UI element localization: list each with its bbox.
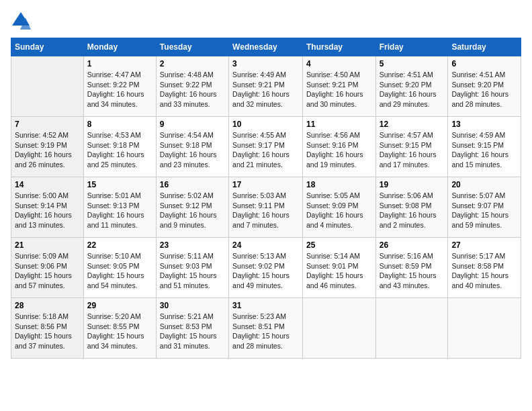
cell-content: Sunrise: 4:49 AM Sunset: 9:21 PM Dayligh… (232, 70, 299, 109)
cell-content: Sunrise: 4:47 AM Sunset: 9:22 PM Dayligh… (87, 70, 152, 109)
cell-content: Sunrise: 5:11 AM Sunset: 9:03 PM Dayligh… (160, 251, 225, 291)
day-number: 18 (306, 180, 372, 189)
header-row: SundayMondayTuesdayWednesdayThursdayFrid… (11, 38, 521, 56)
calendar-cell: 24Sunrise: 5:13 AM Sunset: 9:02 PM Dayli… (229, 238, 303, 298)
calendar-cell: 10Sunrise: 4:55 AM Sunset: 9:17 PM Dayli… (229, 117, 303, 177)
calendar-table: SundayMondayTuesdayWednesdayThursdayFrid… (11, 38, 521, 359)
column-header-monday: Monday (83, 38, 156, 56)
cell-content: Sunrise: 5:10 AM Sunset: 9:05 PM Dayligh… (87, 251, 152, 291)
week-row-2: 7Sunrise: 4:52 AM Sunset: 9:19 PM Daylig… (11, 117, 521, 177)
day-number: 4 (306, 59, 372, 68)
calendar-cell: 7Sunrise: 4:52 AM Sunset: 9:19 PM Daylig… (11, 117, 84, 177)
day-number: 2 (160, 59, 225, 68)
calendar-cell: 31Sunrise: 5:23 AM Sunset: 8:51 PM Dayli… (229, 298, 303, 359)
logo-icon (11, 11, 31, 31)
column-header-tuesday: Tuesday (156, 38, 228, 56)
calendar-cell: 8Sunrise: 4:53 AM Sunset: 9:18 PM Daylig… (83, 117, 156, 177)
calendar-cell: 15Sunrise: 5:01 AM Sunset: 9:13 PM Dayli… (83, 177, 156, 238)
day-number: 5 (380, 59, 445, 68)
week-row-4: 21Sunrise: 5:09 AM Sunset: 9:06 PM Dayli… (11, 238, 521, 298)
day-number: 22 (87, 240, 152, 250)
day-number: 15 (87, 180, 152, 189)
cell-content: Sunrise: 5:23 AM Sunset: 8:51 PM Dayligh… (232, 312, 299, 351)
day-number: 27 (451, 240, 517, 250)
calendar-cell: 1Sunrise: 4:47 AM Sunset: 9:22 PM Daylig… (83, 56, 156, 117)
day-number: 24 (232, 240, 299, 250)
calendar-cell (375, 298, 448, 359)
day-number: 30 (160, 301, 225, 310)
cell-content: Sunrise: 4:52 AM Sunset: 9:19 PM Dayligh… (15, 130, 80, 170)
day-number: 6 (451, 59, 517, 68)
calendar-cell: 25Sunrise: 5:14 AM Sunset: 9:01 PM Dayli… (302, 238, 375, 298)
calendar-cell: 26Sunrise: 5:16 AM Sunset: 8:59 PM Dayli… (375, 238, 448, 298)
calendar-cell: 27Sunrise: 5:17 AM Sunset: 8:58 PM Dayli… (448, 238, 521, 298)
calendar-cell: 29Sunrise: 5:20 AM Sunset: 8:55 PM Dayli… (83, 298, 156, 359)
day-number: 9 (160, 120, 225, 129)
day-number: 23 (160, 240, 225, 250)
cell-content: Sunrise: 4:51 AM Sunset: 9:20 PM Dayligh… (451, 70, 517, 109)
cell-content: Sunrise: 5:18 AM Sunset: 8:56 PM Dayligh… (15, 312, 80, 351)
week-row-1: 1Sunrise: 4:47 AM Sunset: 9:22 PM Daylig… (11, 56, 521, 117)
calendar-cell: 28Sunrise: 5:18 AM Sunset: 8:56 PM Dayli… (11, 298, 84, 359)
calendar-cell: 14Sunrise: 5:00 AM Sunset: 9:14 PM Dayli… (11, 177, 84, 238)
calendar-cell: 2Sunrise: 4:48 AM Sunset: 9:22 PM Daylig… (156, 56, 228, 117)
cell-content: Sunrise: 5:14 AM Sunset: 9:01 PM Dayligh… (306, 251, 372, 291)
day-number: 1 (87, 59, 152, 68)
day-number: 8 (87, 120, 152, 129)
cell-content: Sunrise: 4:59 AM Sunset: 9:15 PM Dayligh… (451, 130, 517, 170)
day-number: 25 (306, 240, 372, 250)
cell-content: Sunrise: 5:21 AM Sunset: 8:53 PM Dayligh… (160, 312, 225, 351)
calendar-cell (11, 56, 84, 117)
calendar-cell: 20Sunrise: 5:07 AM Sunset: 9:07 PM Dayli… (448, 177, 521, 238)
day-number: 10 (232, 120, 299, 129)
calendar-cell: 22Sunrise: 5:10 AM Sunset: 9:05 PM Dayli… (83, 238, 156, 298)
logo (11, 11, 34, 31)
calendar-cell (302, 298, 375, 359)
cell-content: Sunrise: 4:54 AM Sunset: 9:18 PM Dayligh… (160, 130, 225, 170)
day-number: 14 (15, 180, 80, 189)
calendar-cell: 19Sunrise: 5:06 AM Sunset: 9:08 PM Dayli… (375, 177, 448, 238)
calendar-cell: 18Sunrise: 5:05 AM Sunset: 9:09 PM Dayli… (302, 177, 375, 238)
cell-content: Sunrise: 4:55 AM Sunset: 9:17 PM Dayligh… (232, 130, 299, 170)
day-number: 21 (15, 240, 80, 250)
calendar-cell: 13Sunrise: 4:59 AM Sunset: 9:15 PM Dayli… (448, 117, 521, 177)
cell-content: Sunrise: 5:05 AM Sunset: 9:09 PM Dayligh… (306, 191, 372, 230)
column-header-saturday: Saturday (448, 38, 521, 56)
cell-content: Sunrise: 5:01 AM Sunset: 9:13 PM Dayligh… (87, 191, 152, 230)
calendar-cell: 21Sunrise: 5:09 AM Sunset: 9:06 PM Dayli… (11, 238, 84, 298)
day-number: 11 (306, 120, 372, 129)
cell-content: Sunrise: 4:48 AM Sunset: 9:22 PM Dayligh… (160, 70, 225, 109)
week-row-3: 14Sunrise: 5:00 AM Sunset: 9:14 PM Dayli… (11, 177, 521, 238)
calendar-cell: 16Sunrise: 5:02 AM Sunset: 9:12 PM Dayli… (156, 177, 228, 238)
day-number: 13 (451, 120, 517, 129)
day-number: 3 (232, 59, 299, 68)
page-header (11, 11, 521, 31)
day-number: 29 (87, 301, 152, 310)
column-header-friday: Friday (375, 38, 448, 56)
day-number: 12 (380, 120, 445, 129)
cell-content: Sunrise: 4:53 AM Sunset: 9:18 PM Dayligh… (87, 130, 152, 170)
day-number: 20 (451, 180, 517, 189)
day-number: 16 (160, 180, 225, 189)
calendar-cell: 17Sunrise: 5:03 AM Sunset: 9:11 PM Dayli… (229, 177, 303, 238)
cell-content: Sunrise: 5:16 AM Sunset: 8:59 PM Dayligh… (380, 251, 445, 291)
column-header-wednesday: Wednesday (229, 38, 303, 56)
calendar-cell: 11Sunrise: 4:56 AM Sunset: 9:16 PM Dayli… (302, 117, 375, 177)
column-header-sunday: Sunday (11, 38, 84, 56)
cell-content: Sunrise: 5:06 AM Sunset: 9:08 PM Dayligh… (380, 191, 445, 230)
cell-content: Sunrise: 4:51 AM Sunset: 9:20 PM Dayligh… (380, 70, 445, 109)
cell-content: Sunrise: 5:00 AM Sunset: 9:14 PM Dayligh… (15, 191, 80, 230)
calendar-cell: 9Sunrise: 4:54 AM Sunset: 9:18 PM Daylig… (156, 117, 228, 177)
day-number: 7 (15, 120, 80, 129)
cell-content: Sunrise: 5:17 AM Sunset: 8:58 PM Dayligh… (451, 251, 517, 291)
day-number: 26 (380, 240, 445, 250)
cell-content: Sunrise: 5:20 AM Sunset: 8:55 PM Dayligh… (87, 312, 152, 351)
cell-content: Sunrise: 5:09 AM Sunset: 9:06 PM Dayligh… (15, 251, 80, 291)
calendar-cell: 30Sunrise: 5:21 AM Sunset: 8:53 PM Dayli… (156, 298, 228, 359)
cell-content: Sunrise: 4:56 AM Sunset: 9:16 PM Dayligh… (306, 130, 372, 170)
calendar-cell: 4Sunrise: 4:50 AM Sunset: 9:21 PM Daylig… (302, 56, 375, 117)
calendar-cell: 23Sunrise: 5:11 AM Sunset: 9:03 PM Dayli… (156, 238, 228, 298)
day-number: 17 (232, 180, 299, 189)
cell-content: Sunrise: 5:03 AM Sunset: 9:11 PM Dayligh… (232, 191, 299, 230)
week-row-5: 28Sunrise: 5:18 AM Sunset: 8:56 PM Dayli… (11, 298, 521, 359)
